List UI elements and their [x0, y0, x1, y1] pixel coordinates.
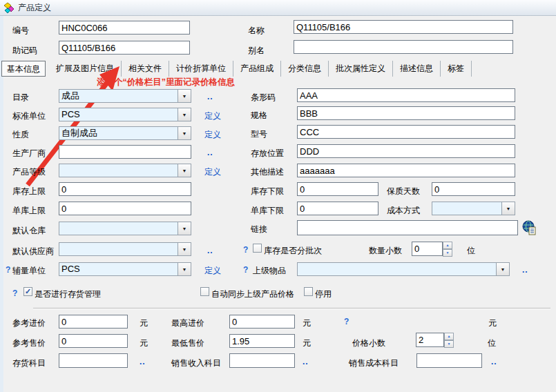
nature-define-link[interactable]: 定义	[204, 129, 221, 141]
window-titlebar: 产品定义	[0, 0, 556, 16]
alias-input[interactable]	[294, 40, 513, 54]
inventory-account-browse-link[interactable]: ..	[140, 357, 146, 366]
sales-cost-account-browse-link[interactable]: ..	[491, 357, 497, 366]
parent-item-dropdown[interactable]: ▼	[297, 262, 510, 276]
tab-extended-images[interactable]: 扩展及图片信息	[49, 61, 122, 77]
link-url-label: 链接	[251, 224, 267, 235]
parent-item-browse-link[interactable]: ..	[522, 265, 528, 275]
spin-up-icon[interactable]: ▲	[443, 242, 452, 249]
default-warehouse-value	[59, 222, 178, 235]
parent-item-help[interactable]: ?	[243, 265, 248, 275]
single-lower-input[interactable]	[297, 202, 378, 215]
price-decimal-stepper[interactable]: ▲ ▼	[444, 333, 454, 347]
price-help[interactable]: ?	[344, 317, 349, 326]
spin-down-icon[interactable]: ▼	[444, 340, 454, 348]
batch-split-checkbox[interactable]	[253, 244, 262, 253]
chevron-down-icon[interactable]: ▼	[178, 108, 191, 121]
name-input[interactable]	[294, 20, 513, 34]
manufacturer-browse-link[interactable]: ..	[207, 148, 213, 157]
cost-method-value	[432, 202, 501, 215]
shelf-days-input[interactable]	[432, 182, 515, 196]
spec-label: 规格	[251, 110, 267, 121]
product-definition-window: 产品定义 编号 名称 助记码 别名 基本信息 扩展及图片信息 相关文件 计价折算…	[0, 0, 556, 392]
qty-decimal-label: 数量小数	[369, 245, 402, 257]
min-sale-input[interactable]	[229, 334, 295, 348]
default-supplier-browse-link[interactable]: ..	[207, 246, 213, 255]
chevron-down-icon[interactable]: ▼	[496, 263, 509, 275]
nature-dropdown[interactable]: 自制成品 ▼	[59, 126, 191, 140]
max-purchase-input[interactable]	[229, 315, 295, 329]
inventory-mgmt-help[interactable]: ?	[12, 288, 17, 298]
tab-product-composition[interactable]: 产品组成	[233, 61, 281, 77]
std-unit-define-link[interactable]: 定义	[204, 110, 221, 122]
sales-income-account-browse-link[interactable]: ..	[303, 357, 309, 366]
tab-batch-attribute-definition[interactable]: 批次属性定义	[329, 61, 393, 77]
sales-income-account-input[interactable]	[229, 353, 295, 368]
qty-decimal-stepper[interactable]: ▲ ▼	[443, 242, 452, 256]
grade-define-link[interactable]: 定义	[204, 166, 221, 178]
location-input[interactable]	[297, 144, 515, 158]
stock-lower-input[interactable]	[297, 182, 378, 196]
chevron-down-icon[interactable]: ▼	[178, 127, 191, 139]
qty-decimal-input[interactable]	[412, 242, 443, 256]
tab-classification-info[interactable]: 分类信息	[281, 61, 329, 77]
aux-unit-value: PCS	[59, 263, 178, 275]
inventory-mgmt-checkbox[interactable]: ✓	[23, 287, 32, 296]
chevron-down-icon[interactable]: ▼	[178, 243, 191, 255]
mnemonic-input[interactable]	[59, 41, 190, 55]
tab-pricing-conversion-unit[interactable]: 计价折算单位	[169, 61, 233, 77]
tab-labels[interactable]: 标签	[441, 61, 472, 77]
price-decimal-input[interactable]	[416, 333, 444, 347]
catalog-browse-link[interactable]: ..	[207, 92, 213, 101]
grade-dropdown[interactable]: ▼	[59, 164, 191, 177]
price-row1-unit: 元	[488, 317, 497, 329]
model-input[interactable]	[297, 125, 515, 139]
ref-sale-input[interactable]	[59, 334, 128, 348]
batch-split-help[interactable]: ?	[243, 245, 248, 255]
nature-label: 性质	[12, 129, 29, 141]
stock-upper-label: 库存上限	[12, 186, 46, 197]
spin-down-icon[interactable]: ▼	[443, 249, 452, 257]
manufacturer-label: 生产厂商	[12, 148, 46, 159]
aux-unit-define-link[interactable]: 定义	[204, 265, 221, 277]
ref-purchase-input[interactable]	[59, 315, 128, 329]
chevron-down-icon[interactable]: ▼	[178, 263, 191, 275]
catalog-label: 目录	[12, 92, 29, 104]
link-globe-icon[interactable]	[521, 219, 538, 236]
stock-lower-label: 库存下限	[251, 186, 284, 197]
ref-purchase-unit: 元	[140, 317, 148, 329]
chevron-down-icon[interactable]: ▼	[501, 202, 515, 215]
tab-basic-info[interactable]: 基本信息	[1, 61, 46, 77]
spin-up-icon[interactable]: ▲	[444, 333, 454, 340]
ref-sale-unit: 元	[140, 337, 148, 349]
inventory-account-input[interactable]	[59, 353, 128, 368]
disabled-checkbox[interactable]	[304, 287, 313, 296]
spec-input[interactable]	[297, 106, 515, 120]
single-upper-input[interactable]	[59, 202, 191, 215]
sales-cost-account-input[interactable]	[416, 353, 482, 368]
barcode-input[interactable]	[297, 88, 515, 102]
manufacturer-input[interactable]	[59, 145, 191, 159]
chevron-down-icon[interactable]: ▼	[178, 164, 191, 177]
barcode-label: 条形码	[251, 92, 276, 104]
std-unit-dropdown[interactable]: PCS ▼	[59, 108, 191, 121]
aux-unit-help[interactable]: ?	[6, 265, 10, 275]
tab-related-files[interactable]: 相关文件	[122, 61, 169, 77]
default-supplier-dropdown[interactable]: ▼	[59, 242, 191, 256]
inventory-mgmt-label: 是否进行存货管理	[35, 288, 101, 300]
stock-upper-input[interactable]	[59, 182, 191, 196]
tab-description-info[interactable]: 描述信息	[393, 61, 441, 77]
default-warehouse-dropdown[interactable]: ▼	[59, 222, 191, 235]
other-desc-input[interactable]	[297, 164, 515, 177]
aux-unit-dropdown[interactable]: PCS ▼	[59, 262, 191, 276]
other-desc-label: 其他描述	[251, 166, 284, 178]
catalog-dropdown[interactable]: 成品 ▼	[59, 89, 191, 103]
chevron-down-icon[interactable]: ▼	[178, 222, 191, 235]
name-label: 名称	[248, 25, 265, 37]
chevron-down-icon[interactable]: ▼	[178, 90, 191, 102]
cost-method-dropdown[interactable]: ▼	[432, 202, 515, 215]
sync-parent-price-label: 自动同步上级产品价格	[211, 288, 294, 300]
sync-parent-price-checkbox[interactable]	[200, 287, 209, 296]
link-url-input[interactable]	[297, 220, 518, 235]
code-input[interactable]	[59, 21, 190, 35]
